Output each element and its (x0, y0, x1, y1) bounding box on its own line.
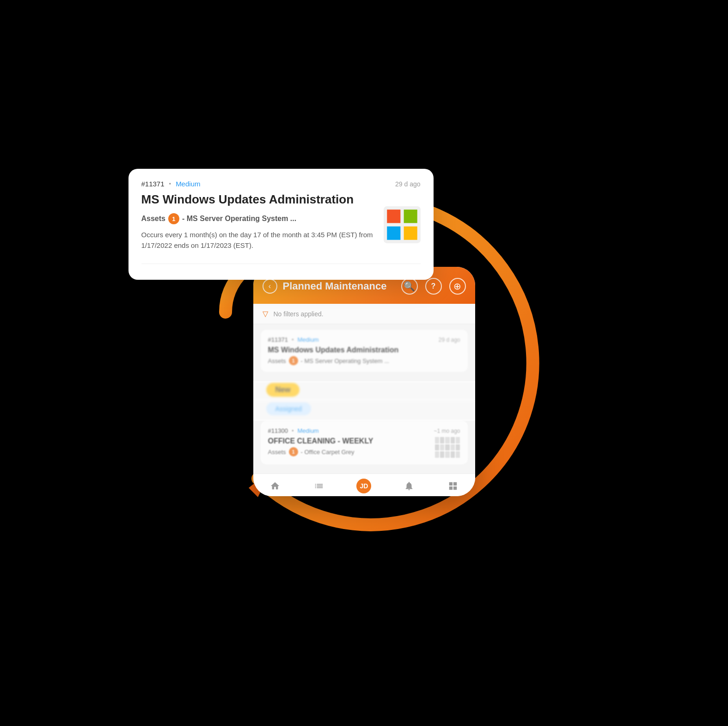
card-id: #11371 (268, 336, 288, 343)
svg-rect-5 (404, 227, 417, 240)
add-icon: ⊕ (453, 281, 461, 292)
windows-icon (384, 206, 421, 243)
expanded-card-meta-left: #11371 • Medium (141, 180, 201, 188)
svg-rect-3 (404, 209, 417, 223)
card-title-2: OFFICE CLEANING - WEEKLY (268, 437, 373, 445)
header-left: ‹ Planned Maintenance (263, 279, 387, 294)
assets-label-2: Assets (268, 449, 286, 455)
card-assets: Assets 1 - MS Server Operating System ..… (268, 356, 460, 365)
carpet-icon (435, 437, 460, 458)
background-card-1: #11371 • Medium 29 d ago MS Windows Upda… (261, 330, 468, 372)
card-assets-2: Assets 1 - Office Carpet Grey (268, 447, 373, 456)
expanded-priority-badge: Medium (176, 180, 200, 188)
assets-detail-2: - Office Carpet Grey (301, 449, 355, 455)
expanded-card-title: MS Windows Updates Administration (141, 192, 376, 207)
expanded-assets-count-badge: 1 (168, 213, 179, 224)
card-id-2: #11300 (268, 427, 288, 434)
status-assigned-badge: Assigned (266, 402, 312, 415)
svg-rect-4 (387, 227, 400, 240)
expanded-card-meta: #11371 • Medium 29 d ago (141, 180, 421, 188)
assets-detail: - MS Server Operating System ... (301, 357, 389, 364)
expanded-description: Occurs every 1 month(s) on the day 17 of… (141, 230, 376, 251)
priority-badge: Medium (297, 336, 318, 343)
office-cleaning-card[interactable]: #11300 • Medium ~1 mo ago OFFICE CLEANIN… (261, 421, 468, 464)
back-icon: ‹ (269, 282, 271, 290)
user-avatar: JD (356, 479, 371, 493)
status-new-badge: New (266, 383, 300, 397)
nav-item-bell[interactable] (403, 480, 416, 492)
time-ago: 29 d ago (439, 337, 460, 343)
status-area-blurred: New (253, 381, 475, 400)
home-icon (269, 480, 281, 492)
card-meta-2: #11300 • Medium ~1 mo ago (268, 427, 460, 434)
expanded-time-ago: 29 d ago (395, 180, 421, 188)
nav-item-list[interactable] (312, 480, 325, 492)
expanded-card[interactable]: #11371 • Medium 29 d ago MS Windows Upda… (128, 169, 434, 280)
expanded-assets-detail: - MS Server Operating System ... (182, 215, 296, 223)
assets-count-badge: 1 (289, 356, 298, 365)
header-title: Planned Maintenance (283, 280, 387, 292)
filter-bar: ▽ No filters applied. (253, 304, 475, 324)
help-button[interactable]: ? (425, 278, 442, 295)
card-meta-left: #11371 • Medium (268, 336, 319, 343)
time-ago-2: ~1 mo ago (434, 428, 460, 434)
list-icon (312, 480, 325, 492)
card-meta-left-2: #11300 • Medium (268, 427, 319, 434)
help-icon: ? (431, 282, 436, 290)
expanded-card-assets: Assets 1 - MS Server Operating System ..… (141, 213, 376, 224)
search-icon: 🔍 (404, 281, 415, 292)
scene: ‹ Planned Maintenance 🔍 ? ⊕ ▽ No filters… (156, 39, 572, 687)
list-area: #11371 • Medium 29 d ago MS Windows Upda… (253, 324, 475, 381)
card-title: MS Windows Updates Administration (268, 346, 460, 354)
nav-item-home[interactable] (269, 480, 281, 492)
expanded-assets-label: Assets (141, 215, 165, 223)
assigned-area-blurred: Assigned (253, 400, 475, 421)
phone-device: ‹ Planned Maintenance 🔍 ? ⊕ ▽ No filters… (253, 267, 475, 496)
assets-count-badge-2: 1 (289, 447, 298, 456)
nav-item-avatar[interactable]: JD (356, 479, 371, 493)
card-meta: #11371 • Medium 29 d ago (268, 336, 460, 343)
priority-badge-2: Medium (297, 427, 318, 434)
grid-icon (447, 480, 459, 492)
expanded-card-id: #11371 (141, 180, 165, 188)
back-button[interactable]: ‹ (263, 279, 277, 294)
bell-icon (403, 480, 416, 492)
bottom-navigation: JD (253, 474, 475, 496)
second-area: #11300 • Medium ~1 mo ago OFFICE CLEANIN… (253, 421, 475, 474)
filter-text: No filters applied. (274, 310, 324, 318)
nav-item-grid[interactable] (447, 480, 459, 492)
assets-label: Assets (268, 357, 286, 364)
add-button[interactable]: ⊕ (449, 278, 466, 295)
header-icons: 🔍 ? ⊕ (401, 278, 466, 295)
card-divider (141, 264, 421, 264)
search-button[interactable]: 🔍 (401, 278, 418, 295)
filter-icon[interactable]: ▽ (263, 309, 268, 318)
svg-rect-2 (387, 209, 400, 223)
